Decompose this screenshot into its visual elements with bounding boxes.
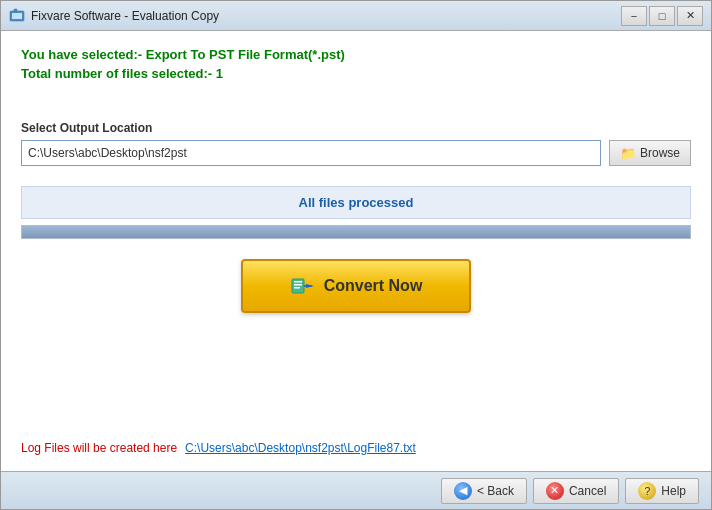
help-label: Help: [661, 484, 686, 498]
log-section: Log Files will be created here C:\Users\…: [21, 441, 691, 455]
svg-rect-4: [294, 281, 302, 283]
log-files-label: Log Files will be created here: [21, 441, 177, 455]
content-area: You have selected:- Export To PST File F…: [1, 31, 711, 471]
svg-rect-8: [304, 285, 312, 287]
cancel-label: Cancel: [569, 484, 606, 498]
window-controls: − □ ✕: [621, 6, 703, 26]
selected-format-text: You have selected:- Export To PST File F…: [21, 47, 691, 62]
log-file-link[interactable]: C:\Users\abc\Desktop\nsf2pst\LogFile87.t…: [185, 441, 416, 455]
svg-rect-6: [294, 287, 300, 289]
back-icon: ◀: [454, 482, 472, 500]
progress-text: All files processed: [299, 195, 414, 210]
help-icon: ?: [638, 482, 656, 500]
svg-rect-1: [12, 13, 22, 19]
back-button[interactable]: ◀ < Back: [441, 478, 527, 504]
browse-button[interactable]: 📁 Browse: [609, 140, 691, 166]
progress-bar-fill: [22, 226, 690, 238]
app-icon: [9, 8, 25, 24]
convert-icon: [290, 273, 316, 299]
progress-area: All files processed: [21, 186, 691, 219]
convert-now-label: Convert Now: [324, 277, 423, 295]
maximize-button[interactable]: □: [649, 6, 675, 26]
bottom-bar: ◀ < Back ✕ Cancel ? Help: [1, 471, 711, 509]
total-files-text: Total number of files selected:- 1: [21, 66, 691, 81]
window-title: Fixvare Software - Evaluation Copy: [31, 9, 621, 23]
progress-bar-container: [21, 225, 691, 239]
convert-section: Convert Now: [21, 259, 691, 313]
folder-icon: 📁: [620, 146, 636, 161]
close-button[interactable]: ✕: [677, 6, 703, 26]
output-section-label: Select Output Location: [21, 121, 691, 135]
browse-label: Browse: [640, 146, 680, 160]
main-window: Fixvare Software - Evaluation Copy − □ ✕…: [0, 0, 712, 510]
svg-rect-2: [14, 9, 17, 12]
help-button[interactable]: ? Help: [625, 478, 699, 504]
title-bar: Fixvare Software - Evaluation Copy − □ ✕: [1, 1, 711, 31]
cancel-button[interactable]: ✕ Cancel: [533, 478, 619, 504]
output-section: Select Output Location 📁 Browse: [21, 121, 691, 166]
back-label: < Back: [477, 484, 514, 498]
output-row: 📁 Browse: [21, 140, 691, 166]
output-path-input[interactable]: [21, 140, 601, 166]
minimize-button[interactable]: −: [621, 6, 647, 26]
convert-now-button[interactable]: Convert Now: [241, 259, 471, 313]
cancel-icon: ✕: [546, 482, 564, 500]
svg-rect-5: [294, 284, 302, 286]
